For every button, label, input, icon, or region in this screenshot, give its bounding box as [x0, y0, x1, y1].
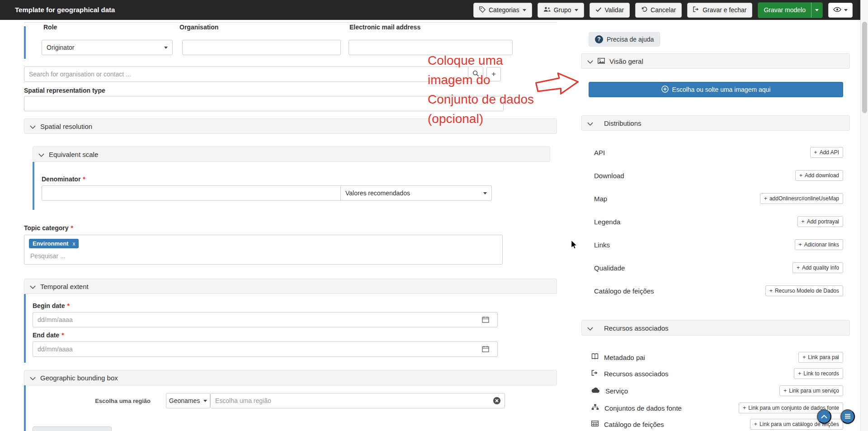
- plus-icon: +: [802, 354, 806, 360]
- add-links-button[interactable]: +Adicionar links: [795, 239, 843, 250]
- view-options-button[interactable]: [828, 3, 853, 18]
- annotation-line: (opcional): [428, 109, 534, 128]
- distribution-row: Map +addOnlinesrc#onlineUseMap: [581, 187, 850, 210]
- plus-icon: +: [783, 388, 787, 394]
- chevron-down-icon: [587, 57, 593, 65]
- annotation-line: Coloque uma: [428, 51, 534, 70]
- chevron-up-icon: [821, 413, 827, 420]
- topic-category-box[interactable]: Environment x Pesquisar ...: [24, 235, 503, 265]
- topic-search-placeholder[interactable]: Pesquisar ...: [29, 252, 498, 260]
- group-label: Grupo: [554, 6, 571, 14]
- caret-down-icon: [575, 9, 578, 11]
- sitemap-icon: [591, 404, 599, 412]
- role-select[interactable]: Originator: [42, 40, 173, 55]
- caret-down-icon: [815, 9, 819, 11]
- distributions-panel-header[interactable]: Distributions: [581, 115, 850, 131]
- sign-out-icon: [693, 6, 699, 14]
- overview-panel-header[interactable]: Visão geral: [581, 53, 850, 69]
- caret-down-icon: [483, 192, 487, 194]
- group-button[interactable]: Grupo: [538, 3, 584, 18]
- temporal-extent-header[interactable]: Temporal extent: [24, 279, 557, 294]
- categories-label: Categorias: [489, 6, 519, 14]
- caret-down-icon: [844, 9, 848, 11]
- recommended-values-select[interactable]: Valores recomendados: [340, 185, 492, 201]
- book-icon: [591, 353, 599, 361]
- add-portrayal-button[interactable]: +Add portrayal: [797, 216, 843, 227]
- bounding-box-header[interactable]: Geographic bounding box: [24, 370, 557, 385]
- button-label: Link to records: [803, 370, 839, 377]
- page-title: Template for geographical data: [15, 0, 115, 20]
- equivalent-scale-header[interactable]: Equivalent scale: [33, 147, 550, 162]
- plus-icon: +: [798, 370, 801, 377]
- associated-panel-header[interactable]: Recursos associados: [581, 320, 850, 336]
- table-icon: [591, 420, 599, 428]
- scrollbar-track[interactable]: [860, 0, 868, 431]
- hamburger-icon: [844, 413, 851, 420]
- scroll-top-button[interactable]: [817, 409, 831, 424]
- associated-row: Metadado pai +Link para pai: [581, 349, 850, 365]
- save-close-button[interactable]: Gravar e fechar: [687, 3, 752, 18]
- plus-icon: +: [799, 172, 802, 179]
- plus-icon: +: [802, 218, 805, 225]
- scrollbar-thumb[interactable]: [862, 22, 867, 113]
- distributions-title: Distributions: [604, 119, 642, 127]
- upload-image-button[interactable]: Escolha ou solte uma imagem aqui: [589, 82, 843, 97]
- denominator-label-text: Denominator: [42, 175, 80, 183]
- clear-region-button[interactable]: [493, 397, 501, 407]
- upload-image-label: Escolha ou solte uma imagem aqui: [672, 86, 771, 93]
- save-template-button[interactable]: Gravar modelo: [758, 3, 811, 18]
- add-feature-catalog-button[interactable]: +Recurso Modelo de Dados: [765, 285, 843, 296]
- role-label: Role: [43, 24, 57, 31]
- distribution-label: API: [594, 149, 605, 156]
- distribution-row: API +Add API: [581, 141, 850, 164]
- button-label: Add API: [820, 149, 839, 156]
- validate-button[interactable]: Validar: [590, 3, 630, 18]
- tag-remove-button[interactable]: x: [72, 241, 75, 247]
- distribution-label: Links: [594, 241, 610, 249]
- menu-button[interactable]: [840, 409, 855, 424]
- partially-visible-control: [33, 426, 112, 431]
- add-quality-button[interactable]: +Add quality info: [793, 262, 843, 273]
- denominator-input[interactable]: [42, 185, 341, 201]
- add-api-button[interactable]: +Add API: [810, 147, 843, 158]
- link-service-button[interactable]: +Link para um serviço: [779, 385, 843, 396]
- region-search-input[interactable]: [210, 393, 505, 408]
- distribution-label: Download: [594, 172, 624, 180]
- spatial-representation-type-label: Spatial representation type: [24, 87, 105, 94]
- save-template-caret-button[interactable]: [811, 3, 822, 18]
- link-parent-button[interactable]: +Link para pai: [798, 352, 843, 363]
- organisation-field[interactable]: [182, 40, 341, 55]
- link-records-button[interactable]: +Link to records: [794, 368, 843, 379]
- add-map-button[interactable]: +addOnlinesrc#onlineUseMap: [760, 193, 843, 204]
- need-help-button[interactable]: ? Precisa de ajuda: [589, 32, 660, 47]
- undo-icon: [641, 6, 647, 14]
- chevron-down-icon: [30, 123, 36, 130]
- begin-date-input[interactable]: [33, 312, 498, 327]
- end-date-input[interactable]: [33, 341, 498, 357]
- distribution-label: Qualidade: [594, 264, 625, 272]
- calendar-icon[interactable]: [482, 346, 489, 354]
- plus-icon: +: [754, 421, 757, 427]
- distribution-row: Legenda +Add portrayal: [581, 210, 850, 233]
- add-download-button[interactable]: +Add download: [795, 170, 843, 181]
- email-label: Electronic mail address: [349, 24, 420, 31]
- caret-down-icon: [203, 400, 207, 402]
- topic-tag[interactable]: Environment x: [29, 239, 79, 248]
- mouse-cursor: [571, 240, 577, 251]
- calendar-icon[interactable]: [482, 316, 489, 325]
- cancel-button[interactable]: Cancelar: [635, 3, 682, 18]
- annotation-line: Conjunto de dados: [428, 90, 534, 109]
- eye-icon: [833, 7, 841, 14]
- navbar-actions: Categorias Grupo Validar Cancelar Gravar…: [473, 0, 853, 20]
- categories-button[interactable]: Categorias: [473, 3, 532, 18]
- distribution-row: Download +Add download: [581, 164, 850, 187]
- distribution-label: Map: [594, 195, 607, 203]
- plus-icon: +: [814, 149, 817, 156]
- contact-search-input[interactable]: [24, 66, 468, 82]
- required-mark: *: [83, 175, 85, 183]
- geonames-select[interactable]: Geonames: [166, 393, 210, 408]
- geonames-label: Geonames: [169, 397, 200, 404]
- plus-icon: +: [799, 242, 802, 248]
- begin-date-label-text: Begin date: [33, 302, 65, 309]
- organisation-label: Organisation: [179, 24, 218, 31]
